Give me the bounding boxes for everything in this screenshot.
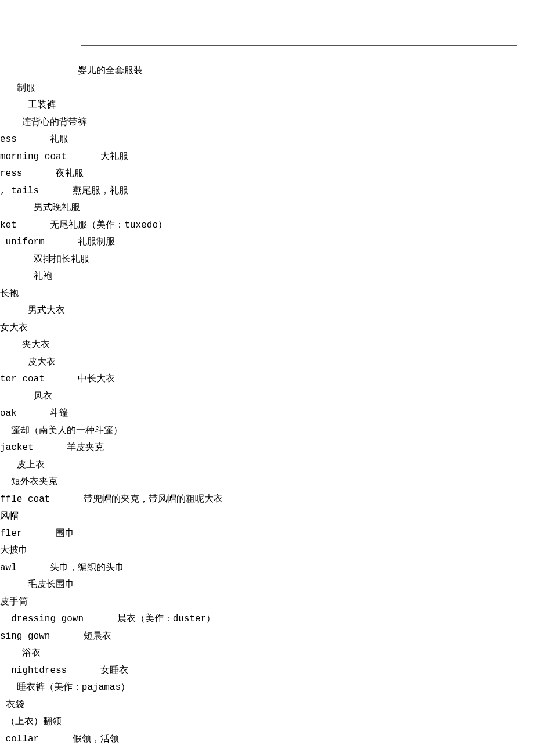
- text-line: 女大衣: [0, 320, 534, 337]
- text-line: nightdress 女睡衣: [0, 663, 534, 680]
- text-line: 皮手筒: [0, 594, 534, 611]
- document-content: 婴儿的全套服装 制服 工装裤 连背心的背带裤 ess 礼服 morning co…: [0, 63, 534, 748]
- text-line: 婴儿的全套服装: [0, 63, 534, 80]
- text-line: 连背心的背带裤: [0, 114, 534, 132]
- text-line: 礼袍: [0, 268, 534, 286]
- text-line: uniform 礼服制服: [0, 234, 534, 251]
- text-line: 浴衣: [0, 645, 534, 663]
- text-line: 毛皮长围巾: [0, 577, 534, 594]
- text-line: 制服: [0, 80, 534, 98]
- text-line: ket 无尾礼服（美作：tuxedo）: [0, 217, 534, 235]
- text-line: 睡衣裤（美作：pajamas）: [0, 679, 534, 697]
- text-line: ffle coat 带兜帽的夹克，带风帽的粗呢大衣: [0, 491, 534, 509]
- text-line: 皮上衣: [0, 457, 534, 474]
- text-line: sing gown 短晨衣: [0, 628, 534, 646]
- text-line: 衣袋: [0, 697, 534, 714]
- text-line: 双排扣长礼服: [0, 251, 534, 269]
- text-line: 男式晚礼服: [0, 200, 534, 217]
- text-line: 皮大衣: [0, 354, 534, 372]
- text-line: ess 礼服: [0, 131, 534, 149]
- text-line: ress 夜礼服: [0, 165, 534, 183]
- text-line: 风帽: [0, 508, 534, 525]
- text-line: 风衣: [0, 388, 534, 406]
- text-line: 大披巾: [0, 542, 534, 560]
- text-line: （上衣）翻领: [0, 714, 534, 731]
- text-line: awl 头巾，编织的头巾: [0, 560, 534, 577]
- text-line: fler 围巾: [0, 525, 534, 543]
- text-line: 男式大衣: [0, 303, 534, 320]
- text-line: 长袍: [0, 286, 534, 303]
- text-line: oak 斗篷: [0, 405, 534, 423]
- text-line: ter coat 中长大衣: [0, 371, 534, 388]
- text-line: morning coat 大礼服: [0, 149, 534, 166]
- text-line: jacket 羊皮夹克: [0, 440, 534, 457]
- text-line: dressing gown 晨衣（美作：duster）: [0, 611, 534, 628]
- header-divider: [81, 45, 517, 46]
- text-line: 夹大衣: [0, 337, 534, 354]
- text-line: 短外衣夹克: [0, 474, 534, 491]
- text-line: collar 假领，活领: [0, 731, 534, 748]
- text-line: 篷却（南美人的一种斗篷）: [0, 423, 534, 440]
- text-line: , tails 燕尾服，礼服: [0, 183, 534, 200]
- text-line: 工装裤: [0, 97, 534, 114]
